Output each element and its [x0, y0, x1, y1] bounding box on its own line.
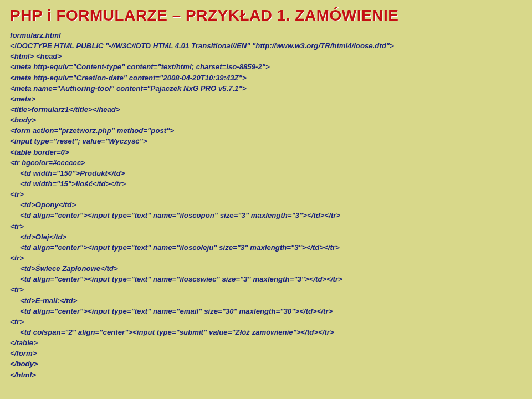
code-line: <meta>	[10, 95, 35, 103]
code-line: <tr>	[10, 222, 24, 231]
code-line: <td align="center"><input type="text" na…	[10, 242, 340, 253]
code-block: formularz.html <!DOCTYPE HTML PUBLIC "-/…	[10, 30, 522, 380]
code-line: <td width="150">Produkt</td>	[10, 168, 125, 178]
code-line: formularz.html	[10, 31, 61, 39]
code-line: <td>E-mail:</td>	[10, 295, 77, 306]
code-line: </html>	[10, 371, 36, 379]
code-line: <table border=0>	[10, 148, 69, 156]
code-line: <td align="center"><input type="text" na…	[10, 210, 340, 221]
code-line: <td width="15">Ilość</td></tr>	[10, 178, 126, 189]
code-line: <title>formularz1</title></head>	[10, 105, 120, 114]
code-line: <meta http-equiv="Creation-date" content…	[10, 74, 247, 82]
code-line: <td align="center"><input type="text" na…	[10, 274, 342, 284]
code-line: <td>Świece Zapłonowe</td>	[10, 263, 118, 274]
code-line: </form>	[10, 349, 37, 357]
code-line: <td colspan="2" align="center"><input ty…	[10, 327, 334, 337]
page-title: PHP i FORMULARZE – PRZYKŁAD 1. ZAMÓWIENI…	[10, 7, 522, 24]
code-line: <input type="reset"; value="Wyczyść">	[10, 137, 147, 145]
code-line: <meta http-equiv="Content-type" content=…	[10, 63, 270, 71]
code-line: <tr>	[10, 285, 24, 294]
code-line: <tr>	[10, 318, 24, 326]
code-line: </body>	[10, 360, 38, 368]
code-line: <tr>	[10, 190, 24, 198]
code-line: <tr bgcolor=#cccccc>	[10, 158, 85, 167]
slide: PHP i FORMULARZE – PRZYKŁAD 1. ZAMÓWIENI…	[0, 0, 532, 387]
code-line: <tr>	[10, 254, 24, 262]
code-line: <form action="przetworz.php" method="pos…	[10, 126, 174, 135]
code-line: <td>Olej</td>	[10, 232, 66, 242]
code-line: </table>	[10, 339, 38, 347]
code-line: <!DOCTYPE HTML PUBLIC "-//W3C//DTD HTML …	[10, 42, 394, 50]
code-line: <html> <head>	[10, 52, 62, 60]
code-line: <body>	[10, 116, 36, 124]
code-line: <meta name="Authoring-tool" content="Paj…	[10, 84, 247, 93]
code-line: <td>Opony</td>	[10, 200, 76, 210]
code-line: <td align="center"><input type="text" na…	[10, 306, 332, 316]
